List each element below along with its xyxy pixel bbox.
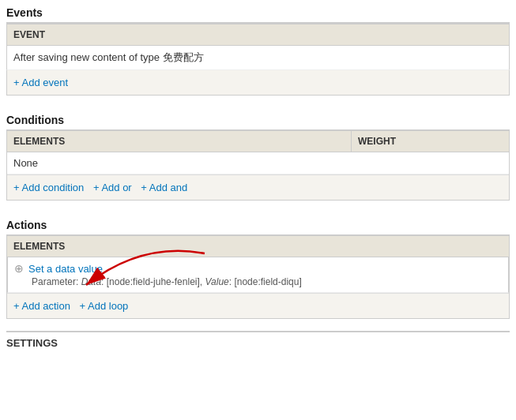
conditions-col-weight: WEIGHT: [351, 131, 509, 152]
action-detail-prefix: Parameter: Data: [node:field-juhe-fenlei…: [32, 276, 302, 287]
actions-table: ELEMENTS ⊕ Set a data value Parameter: D…: [6, 236, 510, 319]
add-event-link[interactable]: + Add event: [13, 77, 68, 88]
event-row-text: After saving new content of type 免费配方: [13, 51, 204, 63]
conditions-table: ELEMENTS WEIGHT None + Add condition + A…: [6, 131, 510, 201]
conditions-header: ELEMENTS WEIGHT: [7, 131, 509, 152]
settings-title: SETTINGS: [6, 337, 58, 349]
add-or-link[interactable]: + Add or: [93, 182, 132, 193]
action-row: ⊕ Set a data value Parameter: Data: [nod…: [7, 257, 509, 293]
action-row-title: ⊕ Set a data value: [14, 262, 502, 275]
action-detail: Parameter: Data: [node:field-juhe-fenlei…: [14, 276, 502, 287]
events-footer: + Add event: [6, 70, 510, 96]
conditions-col-elements: ELEMENTS: [7, 131, 351, 152]
events-title: Events: [6, 0, 510, 24]
add-condition-link[interactable]: + Add condition: [13, 182, 84, 193]
events-table-header: EVENT: [6, 24, 510, 46]
conditions-row-none: None: [7, 152, 509, 174]
settings-section: SETTINGS: [6, 331, 510, 349]
conditions-title: Conditions: [6, 107, 510, 131]
events-section: Events EVENT After saving new content of…: [6, 0, 510, 103]
actions-header: ELEMENTS: [7, 236, 509, 257]
actions-section: Actions ELEMENTS ⊕ Set a data value Para…: [6, 212, 510, 319]
actions-col-elements: ELEMENTS: [7, 236, 509, 257]
conditions-footer: + Add condition + Add or + Add and: [7, 174, 509, 200]
add-action-link[interactable]: + Add action: [13, 300, 70, 312]
drag-handle-icon: ⊕: [14, 262, 24, 275]
actions-title: Actions: [6, 212, 510, 236]
add-and-link[interactable]: + Add and: [141, 182, 187, 193]
event-row: After saving new content of type 免费配方: [6, 46, 510, 70]
conditions-section: Conditions ELEMENTS WEIGHT None + Add co…: [6, 107, 510, 201]
actions-footer: + Add action + Add loop: [7, 293, 509, 318]
conditions-none-text: None: [13, 157, 345, 169]
action-title-link[interactable]: Set a data value: [28, 263, 103, 275]
add-loop-link[interactable]: + Add loop: [80, 300, 129, 312]
